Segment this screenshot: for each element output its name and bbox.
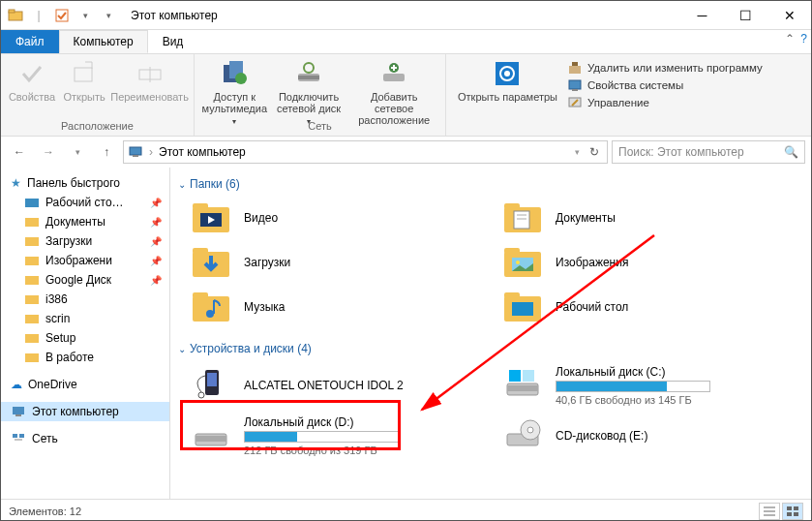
media-icon — [219, 58, 250, 89]
sidebar-item-gdrive[interactable]: Google Диск📌 — [1, 270, 169, 290]
svg-point-16 — [504, 71, 510, 77]
view-details-button[interactable] — [759, 503, 780, 520]
svg-rect-55 — [193, 292, 208, 298]
recent-button[interactable]: ▾ — [65, 139, 90, 165]
close-button[interactable]: ✕ — [767, 1, 811, 30]
svg-rect-77 — [794, 506, 798, 510]
svg-rect-48 — [193, 248, 208, 254]
sidebar-item-work[interactable]: В работе — [1, 348, 169, 367]
sidebar-onedrive[interactable]: ☁OneDrive — [1, 375, 169, 394]
sidebar-quick-access[interactable]: ★ Панель быстрого — [1, 173, 169, 193]
sidebar-thispc[interactable]: Этот компьютер — [1, 402, 169, 421]
folder-icon — [24, 196, 40, 209]
sidebar-item-documents[interactable]: Документы📌 — [1, 212, 169, 231]
ribbon-properties[interactable]: Свойства — [9, 56, 55, 105]
sidebar-item-downloads[interactable]: Загрузки📌 — [1, 231, 169, 251]
pin-icon: 📌 — [150, 256, 162, 266]
qat-dropdown-icon[interactable]: ▾ — [75, 5, 96, 26]
ribbon-sysprops[interactable]: Свойства системы — [567, 77, 763, 93]
ribbon-rename[interactable]: Переименовать — [113, 56, 186, 105]
sysprops-icon — [567, 77, 583, 93]
folder-icon — [24, 312, 40, 325]
qat-folder-icon[interactable] — [5, 5, 26, 26]
up-button[interactable]: ↑ — [94, 139, 119, 165]
tab-file[interactable]: Файл — [1, 30, 59, 53]
ribbon-media[interactable]: Доступ к мультимедиа ▾ — [202, 56, 267, 130]
cloud-icon: ☁ — [11, 378, 22, 391]
svg-line-72 — [422, 235, 654, 410]
checkmark-icon — [16, 58, 47, 89]
titlebar: | ▾ ▾ Этот компьютер ─ ☐ ✕ — [1, 1, 811, 30]
svg-rect-32 — [25, 353, 39, 362]
folder-icon — [190, 245, 232, 280]
status-text: Элементов: 12 — [9, 506, 81, 517]
svg-rect-33 — [13, 407, 24, 414]
address-bar: ← → ▾ ↑ › Этот компьютер ▾ ↻ Поиск: Этот… — [1, 137, 811, 168]
ribbon-open-settings[interactable]: Открыть параметры — [454, 56, 561, 105]
ribbon-group-network: Сеть — [202, 120, 437, 134]
pin-icon: 📌 — [150, 198, 162, 208]
open-icon — [69, 58, 100, 89]
maximize-button[interactable]: ☐ — [724, 1, 767, 30]
ribbon-map-drive[interactable]: Подключить сетевой диск ▾ — [273, 56, 346, 130]
svg-rect-12 — [383, 74, 405, 81]
sidebar-item-scrin[interactable]: scrin — [1, 309, 169, 328]
svg-rect-36 — [19, 434, 24, 438]
sidebar-item-desktop[interactable]: Рабочий сто…📌 — [1, 193, 169, 212]
folder-icon — [24, 234, 40, 248]
svg-rect-31 — [25, 334, 39, 343]
svg-rect-25 — [25, 218, 39, 227]
thispc-icon — [11, 405, 26, 418]
folder-icon — [24, 292, 40, 306]
svg-rect-29 — [25, 295, 39, 304]
back-button[interactable]: ← — [7, 139, 32, 165]
network-icon — [11, 432, 26, 445]
qat-check-icon[interactable] — [51, 5, 73, 26]
sidebar-item-i386[interactable]: i386 — [1, 290, 169, 309]
statusbar: Элементов: 12 — [1, 499, 811, 521]
ribbon-uninstall[interactable]: Удалить или изменить программу — [567, 60, 763, 76]
manage-icon — [567, 95, 583, 110]
section-folders[interactable]: ⌄Папки (6) — [170, 171, 811, 197]
view-icons-button[interactable] — [782, 503, 803, 520]
forward-button[interactable]: → — [36, 139, 61, 165]
refresh-icon[interactable]: ↻ — [586, 145, 603, 159]
ribbon-group-location: Расположение — [9, 120, 186, 134]
sidebar: ★ Панель быстрого Рабочий сто…📌 Документ… — [1, 168, 170, 499]
ribbon-open[interactable]: Открыть — [61, 56, 107, 105]
sidebar-network[interactable]: Сеть — [1, 429, 169, 448]
map-drive-icon — [293, 58, 324, 89]
svg-rect-17 — [569, 66, 581, 74]
svg-rect-26 — [25, 237, 39, 246]
svg-rect-28 — [25, 276, 39, 285]
chevron-down-icon: ⌄ — [178, 179, 186, 190]
svg-rect-76 — [787, 506, 792, 510]
svg-point-8 — [235, 73, 247, 84]
svg-rect-43 — [504, 203, 520, 209]
svg-rect-78 — [787, 512, 792, 516]
svg-rect-39 — [193, 203, 208, 209]
tab-computer[interactable]: Компьютер — [59, 30, 148, 53]
tab-view[interactable]: Вид — [148, 30, 198, 53]
pin-icon: 📌 — [150, 217, 162, 228]
svg-point-62 — [198, 392, 204, 398]
sidebar-item-setup[interactable]: Setup — [1, 328, 169, 348]
minimize-button[interactable]: ─ — [680, 1, 724, 30]
add-location-icon — [378, 58, 409, 89]
help-icon[interactable]: ? — [800, 32, 807, 46]
address-field[interactable]: › Этот компьютер ▾ ↻ — [123, 140, 608, 164]
ribbon-add-location[interactable]: Добавить сетевое расположение — [350, 56, 437, 128]
search-field[interactable]: Поиск: Этот компьютер 🔍 — [612, 140, 805, 164]
gear-icon — [492, 58, 523, 89]
qat-more-icon[interactable]: ▾ — [98, 5, 119, 26]
addr-dropdown-icon[interactable]: ▾ — [575, 147, 580, 157]
svg-rect-35 — [13, 434, 17, 438]
search-icon[interactable]: 🔍 — [784, 145, 798, 159]
svg-rect-23 — [133, 155, 138, 157]
ribbon-collapse-icon[interactable]: ⌃ — [785, 32, 795, 46]
sidebar-item-pictures[interactable]: Изображени📌 — [1, 251, 169, 270]
folder-icon — [24, 351, 40, 364]
svg-rect-22 — [130, 147, 141, 155]
ribbon-manage[interactable]: Управление — [567, 95, 763, 110]
svg-rect-34 — [15, 414, 21, 416]
